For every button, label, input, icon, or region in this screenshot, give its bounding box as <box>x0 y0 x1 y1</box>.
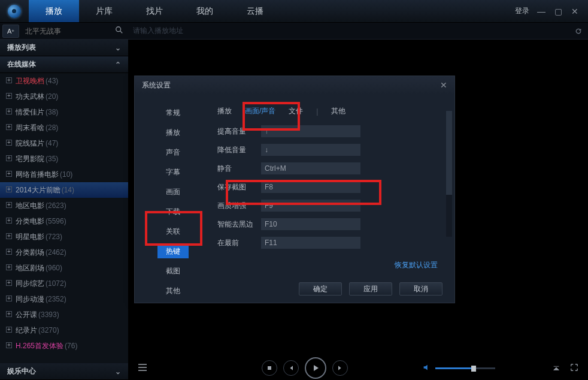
hotkey-label: 智能去黑边 <box>217 219 260 230</box>
sidebar-item[interactable]: +情爱佳片(38) <box>0 104 128 120</box>
prev-button[interactable] <box>283 360 299 376</box>
dlg-tab-file[interactable]: 文件 <box>289 106 303 116</box>
chevron-up-icon: ⌃ <box>115 61 121 69</box>
nav-mine[interactable]: 我的 <box>180 0 230 22</box>
dialog-close-icon[interactable]: ✕ <box>440 80 447 90</box>
sidebar-item-count: (2623) <box>46 201 66 210</box>
sidebar-item[interactable]: +同步动漫(2352) <box>0 291 128 307</box>
sidebar-item[interactable]: +明星电影(723) <box>0 229 128 245</box>
nav-find[interactable]: 找片 <box>129 0 180 22</box>
hotkey-input[interactable]: F11 <box>260 236 361 249</box>
search-icon[interactable] <box>115 26 123 36</box>
restore-defaults-link[interactable]: 恢复默认设置 <box>395 260 438 270</box>
svg-line-1 <box>120 31 123 34</box>
sidebar-item[interactable]: +H.265首发体验(76) <box>0 338 128 354</box>
font-size-button[interactable]: A+ <box>2 25 19 38</box>
hotkey-input[interactable]: F9 <box>260 199 361 212</box>
hotkey-input[interactable]: ↓ <box>260 143 361 156</box>
expand-icon: + <box>6 108 12 114</box>
dlg-left-item[interactable]: 其他 <box>157 284 189 298</box>
sidebar-item[interactable]: +功夫武林(20) <box>0 89 128 104</box>
login-link[interactable]: 登录 <box>515 6 529 16</box>
sidebar-item[interactable]: +卫视晚档(43) <box>0 73 128 89</box>
hotkey-input[interactable]: ↑ <box>260 125 361 138</box>
sidebar-item[interactable]: +同步综艺(1072) <box>0 276 128 291</box>
fullscreen-icon[interactable] <box>570 363 578 373</box>
expand-icon: + <box>6 140 12 146</box>
dlg-left-item[interactable]: 画面 <box>157 185 189 199</box>
dlg-tab-playback[interactable]: 播放 <box>217 106 232 116</box>
expand-icon: + <box>6 124 12 130</box>
sidebar-item-count: (2352) <box>46 295 66 303</box>
volume-slider[interactable] <box>435 367 495 369</box>
sidebar-item[interactable]: +地区剧场(960) <box>0 260 128 276</box>
sidebar-item-label: 明星电影 <box>16 232 44 242</box>
sidebar-item[interactable]: +分类剧场(2462) <box>0 245 128 260</box>
sidebar-item[interactable]: +宅男影院(35) <box>0 151 128 167</box>
svg-point-3 <box>138 367 140 368</box>
dlg-left-item[interactable]: 常规 <box>157 106 189 120</box>
dlg-tab-picture-sound[interactable]: 画面/声音 <box>245 106 275 116</box>
minimize-button[interactable]: — <box>537 7 546 16</box>
sidebar-item[interactable]: +院线猛片(47) <box>0 135 128 151</box>
sidebar-list: +卫视晚档(43)+功夫武林(20)+情爱佳片(38)+周末看啥(28)+院线猛… <box>0 73 128 363</box>
dlg-tab-other[interactable]: 其他 <box>331 106 345 116</box>
dlg-left-item[interactable]: 截图 <box>157 264 189 278</box>
ok-button[interactable]: 确定 <box>299 282 342 295</box>
sidebar-item-count: (76) <box>65 342 77 350</box>
app-logo[interactable] <box>0 5 29 18</box>
dialog-scrollbar[interactable] <box>446 111 452 237</box>
address-box[interactable]: 请输入播放地址 <box>127 26 569 36</box>
popout-icon[interactable] <box>552 363 560 373</box>
hotkey-label: 降低音量 <box>217 145 260 155</box>
hotkey-row: 在最前F11 <box>207 236 438 249</box>
sidebar-item[interactable]: +网络首播电影(10) <box>0 167 128 182</box>
sidebar-item-label: 功夫武林 <box>16 92 44 102</box>
cancel-button[interactable]: 取消 <box>399 282 442 295</box>
sidebar-item-label: 网络首播电影 <box>16 170 59 180</box>
sidebar-item-label: 周末看啥 <box>16 123 44 133</box>
sidebar-item-label: 2014大片前瞻 <box>16 185 60 195</box>
search-input[interactable] <box>25 27 115 35</box>
sidebar-item[interactable]: +纪录片(3270) <box>0 322 128 338</box>
sidebar-item[interactable]: +周末看啥(28) <box>0 120 128 135</box>
next-button[interactable] <box>332 360 348 376</box>
hotkey-input[interactable]: Ctrl+M <box>260 162 361 175</box>
online-media-label: 在线媒体 <box>7 59 36 70</box>
nav-play[interactable]: 播放 <box>29 0 79 22</box>
nav-cloud[interactable]: 云播 <box>230 0 280 22</box>
playlist-header[interactable]: 播放列表 ⌄ <box>0 40 128 56</box>
expand-icon: + <box>6 327 12 333</box>
maximize-button[interactable]: ▢ <box>553 7 563 16</box>
play-button[interactable] <box>305 357 326 379</box>
sidebar-item-label: 地区剧场 <box>16 263 44 273</box>
expand-icon: + <box>6 280 12 286</box>
sidebar-item-label: 公开课 <box>16 310 37 320</box>
dlg-left-item[interactable]: 关联 <box>157 225 189 239</box>
entertainment-header[interactable]: 娱乐中心 ⌄ <box>0 363 128 380</box>
dlg-left-item[interactable]: 声音 <box>157 146 189 159</box>
playlist-toggle-icon[interactable] <box>138 363 150 374</box>
stop-button[interactable] <box>262 360 277 376</box>
hotkey-label: 提高音量 <box>217 126 260 137</box>
dlg-left-item[interactable]: 播放 <box>157 126 189 140</box>
nav-library[interactable]: 片库 <box>79 0 129 22</box>
expand-icon: + <box>6 218 12 224</box>
apply-button[interactable]: 应用 <box>349 282 392 295</box>
online-media-header[interactable]: 在线媒体 ⌃ <box>0 56 128 73</box>
sidebar-item[interactable]: +公开课(3393) <box>0 307 128 322</box>
volume-icon[interactable] <box>422 363 431 373</box>
refresh-button[interactable] <box>569 27 588 35</box>
hotkey-input[interactable]: F8 <box>260 180 361 194</box>
sidebar-item-count: (14) <box>62 186 74 194</box>
dlg-left-item[interactable]: 下载 <box>157 205 189 219</box>
sidebar-item-count: (10) <box>60 170 72 179</box>
sidebar-item[interactable]: +地区电影(2623) <box>0 198 128 213</box>
hotkey-input[interactable]: F10 <box>260 218 361 231</box>
sidebar-item[interactable]: +2014大片前瞻(14) <box>0 182 128 198</box>
sidebar-item[interactable]: +分类电影(5596) <box>0 213 128 229</box>
dlg-left-item[interactable]: 字幕 <box>157 165 189 179</box>
dlg-left-item[interactable]: 热键 <box>157 245 189 258</box>
close-button[interactable]: ✕ <box>570 7 580 16</box>
topbar: 播放 片库 找片 我的 云播 登录 — ▢ ✕ <box>0 0 588 23</box>
